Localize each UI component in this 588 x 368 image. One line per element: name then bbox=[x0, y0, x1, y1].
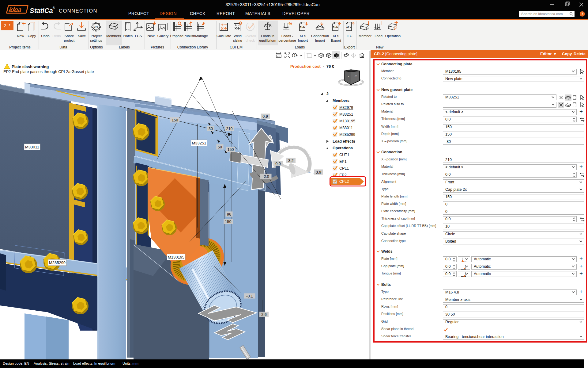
svg-text:M33011: M33011 bbox=[25, 145, 39, 149]
svg-text:M130195: M130195 bbox=[168, 255, 184, 259]
svg-text:-2.0: -2.0 bbox=[262, 174, 269, 179]
svg-text:</>: </> bbox=[94, 25, 99, 29]
svg-text:IFC: IFC bbox=[346, 25, 351, 29]
svg-text:96: 96 bbox=[227, 212, 231, 217]
svg-text:-0.1: -0.1 bbox=[246, 294, 253, 298]
svg-text:M33251: M33251 bbox=[192, 141, 206, 145]
svg-text:XLS: XLS bbox=[333, 25, 338, 29]
svg-text:®: ® bbox=[53, 6, 55, 10]
svg-text:150: 150 bbox=[172, 118, 178, 122]
svg-text:-Y: -Y bbox=[355, 75, 357, 77]
svg-text:50: 50 bbox=[218, 145, 222, 149]
svg-text:XLS: XLS bbox=[300, 25, 305, 29]
svg-text:0.9: 0.9 bbox=[262, 114, 268, 119]
svg-text:210: 210 bbox=[226, 127, 233, 131]
svg-text:2: 2 bbox=[294, 54, 296, 57]
svg-text:30: 30 bbox=[209, 127, 213, 131]
svg-text:%: % bbox=[288, 21, 292, 26]
svg-text:0.0: 0.0 bbox=[275, 162, 281, 166]
svg-text:150: 150 bbox=[225, 220, 232, 224]
svg-text:M285299: M285299 bbox=[49, 260, 66, 265]
svg-text:150: 150 bbox=[228, 148, 234, 152]
svg-text:3.2: 3.2 bbox=[288, 159, 293, 163]
svg-text:2.6: 2.6 bbox=[261, 312, 266, 317]
svg-text:-X: -X bbox=[347, 75, 349, 78]
